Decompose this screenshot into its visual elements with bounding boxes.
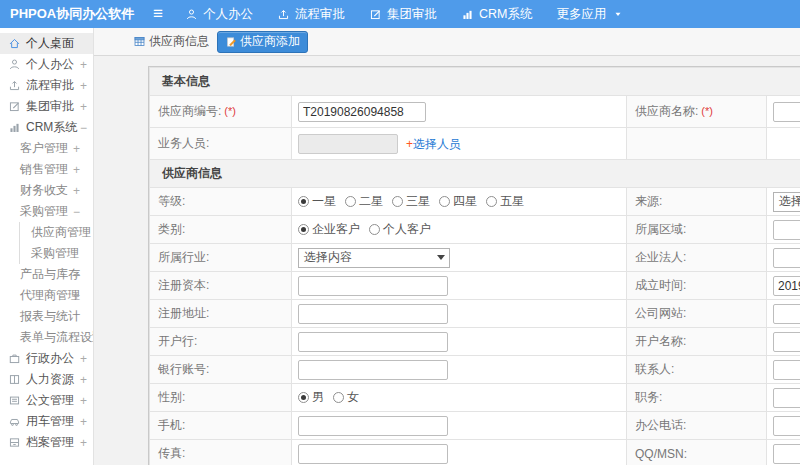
gender-radio-1[interactable]: 女 <box>333 389 359 406</box>
menu-toggle-icon[interactable]: ≡ <box>143 0 173 28</box>
tab-supplier-add[interactable]: 供应商添加 <box>217 31 308 53</box>
legal-person-input[interactable] <box>773 248 800 268</box>
business-staff-picker-link[interactable]: +选择人员 <box>406 137 461 151</box>
sidebar-item-form-flow-settings[interactable]: 表单与流程设置+ <box>0 327 93 348</box>
sidebar-item-admin-office[interactable]: 行政办公+ <box>0 348 93 369</box>
expand-icon[interactable]: + <box>80 79 87 93</box>
radio-label: 二星 <box>359 193 383 210</box>
topnav-item-2[interactable]: 集团审批 <box>357 0 449 28</box>
field-label-text: 公司网站: <box>635 306 686 320</box>
expand-icon[interactable]: + <box>80 373 87 387</box>
radio-icon[interactable] <box>298 196 309 207</box>
expand-icon[interactable]: + <box>73 142 80 156</box>
established-date-input[interactable] <box>773 276 800 296</box>
supplier-code-input[interactable] <box>298 102 426 122</box>
expand-icon[interactable]: + <box>73 163 80 177</box>
radio-icon[interactable] <box>298 392 309 403</box>
registered-capital-input[interactable] <box>298 276 448 296</box>
radio-icon[interactable] <box>333 392 344 403</box>
expand-icon[interactable]: + <box>80 415 87 429</box>
sidebar-item-document-mgmt[interactable]: 公文管理+ <box>0 390 93 411</box>
level-radio-2[interactable]: 三星 <box>392 193 430 210</box>
collapse-icon[interactable]: − <box>73 205 80 219</box>
level-field: 一星二星三星四星五星 <box>292 188 627 216</box>
radio-icon[interactable] <box>392 196 403 207</box>
source-select[interactable]: 选择内容 <box>773 192 800 212</box>
sidebar-item-report-stats[interactable]: 报表与统计 <box>0 306 93 327</box>
sidebar-item-group-approval[interactable]: 集团审批+ <box>0 96 93 117</box>
radio-icon[interactable] <box>345 196 356 207</box>
topnav-item-1[interactable]: 流程审批 <box>265 0 357 28</box>
bank-input[interactable] <box>298 332 448 352</box>
expand-icon[interactable]: + <box>73 268 80 282</box>
gender-radio-0[interactable]: 男 <box>298 389 324 406</box>
sidebar-item-crm-system[interactable]: CRM系统− <box>0 117 93 138</box>
level-radio-0[interactable]: 一星 <box>298 193 336 210</box>
sidebar-item-product-inventory[interactable]: 产品与库存+ <box>0 264 93 285</box>
registered-address-input[interactable] <box>298 304 448 324</box>
expand-icon[interactable]: + <box>80 394 87 408</box>
caret-down-icon <box>613 9 623 19</box>
region-label: 所属区域: <box>627 216 767 244</box>
bank-account-input[interactable] <box>298 360 448 380</box>
sidebar-item-label: 公文管理 <box>26 392 74 409</box>
sidebar-item-personal-desktop[interactable]: 个人桌面 <box>0 33 93 54</box>
radio-icon[interactable] <box>439 196 450 207</box>
flow-icon <box>8 79 21 92</box>
field-label-text: 供应商编号: <box>158 104 221 118</box>
level-radio-4[interactable]: 五星 <box>486 193 524 210</box>
radio-icon[interactable] <box>298 224 309 235</box>
level-radio-3[interactable]: 四星 <box>439 193 477 210</box>
contact-person-input[interactable] <box>773 360 800 380</box>
tab-supplier-info[interactable]: 供应商信息 <box>133 33 209 50</box>
supplier-code-field <box>292 96 627 128</box>
mobile-input[interactable] <box>298 416 448 436</box>
qq-msn-input[interactable] <box>773 444 800 464</box>
category-radio-0[interactable]: 企业客户 <box>298 221 360 238</box>
office-phone-input[interactable] <box>773 416 800 436</box>
topnav-item-0[interactable]: 个人办公 <box>173 0 265 28</box>
sidebar-item-label: 采购管理 <box>20 203 68 220</box>
empty-label <box>627 128 767 160</box>
topnav-item-4[interactable]: 更多应用 <box>544 0 635 28</box>
supplier-name-input[interactable] <box>773 102 800 122</box>
sidebar-item-human-resources[interactable]: 人力资源+ <box>0 369 93 390</box>
industry-label: 所属行业: <box>150 244 292 272</box>
sidebar-item-purchase-mgmt[interactable]: 采购管理− <box>0 201 93 222</box>
expand-icon[interactable]: + <box>73 184 80 198</box>
business-staff-input[interactable] <box>298 134 398 154</box>
expand-icon[interactable]: + <box>80 436 87 450</box>
job-title-input[interactable] <box>773 388 800 408</box>
category-label: 类别: <box>150 216 292 244</box>
radio-icon[interactable] <box>486 196 497 207</box>
expand-icon[interactable]: + <box>80 352 87 366</box>
sidebar-item-customer-mgmt[interactable]: 客户管理+ <box>0 138 93 159</box>
topnav-item-3[interactable]: CRM系统 <box>449 0 544 28</box>
briefcase-icon <box>8 352 21 365</box>
sidebar-item-finance-io[interactable]: 财务收支+ <box>0 180 93 201</box>
bank-account-label: 银行账号: <box>150 356 292 384</box>
category-radio-1[interactable]: 个人客户 <box>369 221 431 238</box>
sidebar-item-vehicle-mgmt[interactable]: 用车管理+ <box>0 411 93 432</box>
expand-icon[interactable]: + <box>80 58 87 72</box>
sidebar-item-flow-approval[interactable]: 流程审批+ <box>0 75 93 96</box>
sidebar-item-personal-office[interactable]: 个人办公+ <box>0 54 93 75</box>
fax-input[interactable] <box>298 444 448 464</box>
company-website-input[interactable] <box>773 304 800 324</box>
sidebar-item-procurement-mgmt[interactable]: 采购管理 <box>19 243 93 264</box>
level-radio-1[interactable]: 二星 <box>345 193 383 210</box>
region-input[interactable] <box>773 220 800 240</box>
sidebar-item-agent-mgmt[interactable]: 代理商管理+ <box>0 285 93 306</box>
sidebar-item-sales-mgmt[interactable]: 销售管理+ <box>0 159 93 180</box>
sidebar-item-supplier-mgmt[interactable]: 供应商管理 <box>19 222 93 243</box>
radio-icon[interactable] <box>369 224 380 235</box>
collapse-icon[interactable]: − <box>80 121 87 135</box>
industry-select[interactable]: 选择内容 <box>298 248 450 268</box>
form-row: 供应商编号:(*)供应商名称:(*) <box>150 96 800 128</box>
radio-label: 四星 <box>453 193 477 210</box>
account-name-input[interactable] <box>773 332 800 352</box>
section-header: 基本信息 <box>150 68 800 96</box>
expand-icon[interactable]: + <box>80 100 87 114</box>
expand-icon[interactable]: + <box>73 289 80 303</box>
sidebar-item-archive-mgmt[interactable]: 档案管理+ <box>0 432 93 453</box>
